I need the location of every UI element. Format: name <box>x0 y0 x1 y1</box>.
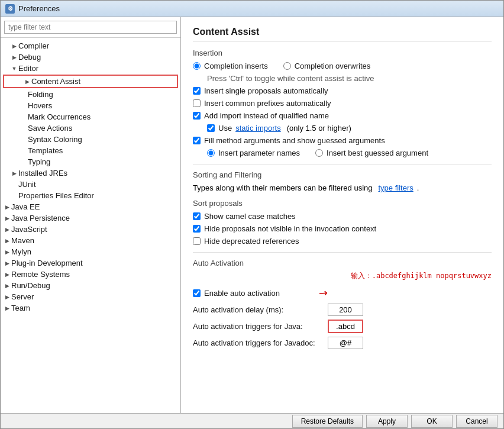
sorting-group-label: Sorting and Filtering <box>193 170 492 179</box>
add-import-label: Add import instead of qualified name <box>204 111 329 120</box>
fill-method-label: Fill method arguments and show guessed a… <box>204 136 385 145</box>
tree-item-editor[interactable]: ▼ Editor <box>1 63 180 74</box>
tree-item-run-debug[interactable]: ▶ Run/Debug <box>1 280 180 291</box>
panel-title: Content Assist <box>193 27 492 41</box>
tree-item-typing[interactable]: Typing <box>1 156 180 167</box>
chevron-right-icon: ▶ <box>3 282 11 290</box>
tree-item-mark-occurrences[interactable]: Mark Occurrences <box>1 111 180 122</box>
no-icon <box>20 113 28 121</box>
tree-item-java-ee[interactable]: ▶ Java EE <box>1 201 180 212</box>
single-proposals-checkbox[interactable] <box>193 87 201 95</box>
tree-item-properties-files-editor[interactable]: Properties Files Editor <box>1 190 180 201</box>
preferences-window: ⚙ Preferences ▶ Compiler ▶ Debug <box>0 0 504 429</box>
tree-item-compiler[interactable]: ▶ Compiler <box>1 40 180 51</box>
insert-param-radio[interactable] <box>207 149 215 157</box>
tree-item-templates[interactable]: Templates <box>1 145 180 156</box>
java-triggers-field-row: Auto activation triggers for Java: <box>193 320 492 333</box>
completion-inserts-row: Completion inserts Completion overwrites <box>193 61 492 71</box>
ctrl-toggle-hint: Press 'Ctrl' to toggle while content ass… <box>207 74 374 83</box>
fill-method-checkbox[interactable] <box>193 137 201 144</box>
hide-not-visible-checkbox[interactable] <box>193 225 201 233</box>
enable-auto-row: Enable auto activation ↗ <box>193 286 492 300</box>
tree-item-save-actions[interactable]: Save Actions <box>1 122 180 134</box>
sorting-desc-row: Types along with their members can be fi… <box>193 183 492 193</box>
divider-2 <box>193 252 492 253</box>
tree-item-content-assist[interactable]: ▶ Content Assist <box>3 75 178 88</box>
ok-button[interactable]: OK <box>411 415 453 428</box>
tree-item-server[interactable]: ▶ Server <box>1 291 180 302</box>
javadoc-triggers-input[interactable] <box>328 337 363 349</box>
tree-item-plugin-development[interactable]: ▶ Plug-in Development <box>1 257 180 269</box>
enable-auto-label: Enable auto activation <box>204 289 280 298</box>
filter-input[interactable] <box>4 21 177 34</box>
no-icon <box>10 192 18 200</box>
enable-auto-checkbox[interactable] <box>193 289 201 297</box>
ctrl-toggle-hint-row: Press 'Ctrl' to toggle while content ass… <box>207 73 492 83</box>
chevron-right-icon: ▶ <box>3 293 11 301</box>
single-proposals-label: Insert single proposals automatically <box>204 86 328 95</box>
common-prefixes-checkbox[interactable] <box>193 99 201 107</box>
chevron-right-icon: ▶ <box>3 248 11 256</box>
single-proposals-row: Insert single proposals automatically <box>193 86 492 96</box>
chevron-right-icon: ▶ <box>3 304 11 312</box>
no-icon <box>20 158 28 166</box>
tree-item-mylyn[interactable]: ▶ Mylyn <box>1 246 180 257</box>
no-icon <box>20 91 28 99</box>
period: . <box>417 183 419 192</box>
type-filters-link[interactable]: type filters <box>379 183 413 192</box>
java-triggers-input[interactable] <box>328 320 363 333</box>
restore-defaults-button[interactable]: Restore Defaults <box>292 415 363 428</box>
divider-1 <box>193 164 492 164</box>
no-icon <box>10 180 18 189</box>
tree-item-syntax-coloring[interactable]: Syntax Coloring <box>1 134 180 145</box>
filter-bar <box>1 17 180 38</box>
tree-item-remote-systems[interactable]: ▶ Remote Systems <box>1 269 180 280</box>
apply-button[interactable]: Apply <box>366 415 408 428</box>
static-imports-link[interactable]: static imports <box>235 124 281 133</box>
tree-item-debug[interactable]: ▶ Debug <box>1 51 180 63</box>
chevron-right-icon: ▶ <box>3 203 11 211</box>
tree-item-hovers[interactable]: Hovers <box>1 100 180 111</box>
hide-not-visible-label: Hide proposals not visible in the invoca… <box>204 224 376 233</box>
chevron-right-icon: ▶ <box>10 42 18 50</box>
tree-item-installed-jres[interactable]: ▶ Installed JREs <box>1 167 180 179</box>
completion-overwrites-radio[interactable] <box>283 62 291 70</box>
no-icon <box>20 124 28 133</box>
tree-item-maven[interactable]: ▶ Maven <box>1 235 180 246</box>
tree-item-folding[interactable]: Folding <box>1 89 180 100</box>
no-icon <box>20 147 28 155</box>
completion-inserts-label: Completion inserts <box>204 62 268 70</box>
best-guessed-radio[interactable] <box>315 149 323 157</box>
tree-item-javascript[interactable]: ▶ JavaScript <box>1 224 180 235</box>
sorting-desc-text: Types along with their members can be fi… <box>193 183 373 192</box>
camel-case-checkbox[interactable] <box>193 212 201 220</box>
tree-item-java-persistence[interactable]: ▶ Java Persistence <box>1 212 180 224</box>
hide-deprecated-checkbox[interactable] <box>193 237 201 245</box>
chevron-right-icon: ▶ <box>3 225 11 234</box>
use-static-checkbox[interactable] <box>207 124 215 132</box>
right-panel: Content Assist Insertion Completion inse… <box>181 17 503 413</box>
hide-deprecated-label: Hide deprecated references <box>204 237 299 246</box>
add-import-row: Add import instead of qualified name <box>193 111 492 121</box>
chevron-right-icon: ▶ <box>23 78 31 86</box>
add-import-checkbox[interactable] <box>193 112 201 120</box>
use-static-imports-row: Use static imports (only 1.5 or higher) <box>207 123 492 133</box>
tree-item-team[interactable]: ▶ Team <box>1 302 180 314</box>
auto-activation-label: Auto Activation <box>193 259 492 267</box>
delay-field-row: Auto activation delay (ms): <box>193 304 492 316</box>
tree-area: ▶ Compiler ▶ Debug ▼ Editor ▶ Content As… <box>1 38 180 413</box>
completion-inserts-radio[interactable] <box>193 62 201 70</box>
tree-item-junit[interactable]: JUnit <box>1 179 180 190</box>
javadoc-triggers-label: Auto activation triggers for Javadoc: <box>193 338 323 347</box>
title-bar: ⚙ Preferences <box>1 1 503 17</box>
javadoc-triggers-field-row: Auto activation triggers for Javadoc: <box>193 337 492 349</box>
common-prefixes-row: Insert common prefixes automatically <box>193 98 492 108</box>
main-content: ▶ Compiler ▶ Debug ▼ Editor ▶ Content As… <box>1 17 503 413</box>
use-static-label: Use <box>218 124 232 133</box>
no-icon <box>20 136 28 144</box>
cancel-button[interactable]: Cancel <box>456 415 497 428</box>
delay-input[interactable] <box>328 304 363 316</box>
chevron-right-icon: ▶ <box>10 53 18 62</box>
chevron-down-icon: ▼ <box>10 64 18 73</box>
static-imports-suffix: (only 1.5 or higher) <box>287 124 351 133</box>
